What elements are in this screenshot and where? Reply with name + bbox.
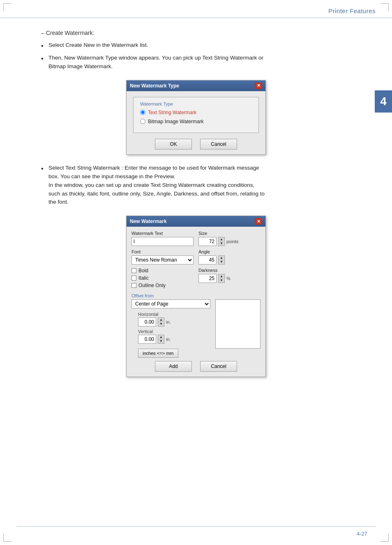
nw-cancel-button[interactable]: Cancel: [200, 361, 237, 372]
nw-angle-up[interactable]: ▲: [219, 256, 224, 260]
nw-preview-box: [215, 299, 261, 349]
page-number: 4-27: [357, 531, 367, 537]
bullet-list: Select Create New in the Watermark list.…: [33, 41, 359, 71]
section-create-watermark: – Create Watermark:: [33, 30, 359, 36]
nw-darkness-arrows: ▲ ▼: [218, 274, 225, 283]
nw-size-row: ▲ ▼ points: [198, 237, 261, 246]
nw-offset-select-row: Center of Page: [131, 299, 210, 308]
nw-angle-input[interactable]: [198, 255, 217, 264]
list-item-1: Select Create New in the Watermark list.: [41, 41, 359, 50]
nw-angle-down[interactable]: ▼: [219, 260, 224, 264]
dialog2-buttons: Add Cancel: [131, 361, 261, 372]
nw-bold-checkbox[interactable]: [131, 268, 136, 273]
corner-br: [380, 534, 389, 542]
nw-horizontal-down[interactable]: ▼: [158, 322, 164, 326]
nw-angle-label: Angle: [198, 249, 261, 254]
dialog2-close-button[interactable]: ✕: [255, 218, 262, 225]
nw-darkness-row: ▲ ▼ %: [198, 274, 261, 283]
nw-row-2: Font Times New Roman Angle ▲: [131, 249, 261, 264]
nw-vertical-up[interactable]: ▲: [158, 335, 164, 339]
nw-size-up[interactable]: ▲: [219, 237, 224, 241]
nw-vertical-label: Vertical: [138, 329, 210, 334]
nw-outline-label: Outline Only: [138, 283, 166, 288]
nw-font-select-row: Times New Roman: [131, 255, 194, 264]
dialog1-close-button[interactable]: ✕: [255, 83, 262, 89]
nw-offset-left-col: Center of Page Horizontal ▲ ▼: [131, 299, 210, 358]
page-header: Printer Features: [0, 0, 392, 18]
nw-size-label: Size: [198, 231, 261, 236]
dialog1-buttons: OK Cancel: [133, 139, 259, 149]
nw-horizontal-input[interactable]: [138, 317, 156, 327]
corner-bl: [3, 534, 12, 542]
dialog-new-watermark: New Watermark ✕ Watermark Text Size: [126, 216, 266, 377]
main-content: – Create Watermark: Select Create New in…: [0, 18, 392, 394]
nw-bold-label: Bold: [138, 268, 148, 274]
nw-convert-button[interactable]: inches <=> mm: [138, 349, 178, 358]
footer-line: [16, 526, 376, 527]
nw-size-input[interactable]: [198, 237, 217, 246]
watermark-type-fieldset: Watermark Type Text String Watermark Bit…: [133, 97, 259, 133]
radio-bitmap-image-input[interactable]: [140, 119, 145, 124]
chapter-tab: 4: [375, 90, 392, 113]
dialog2-title: New Watermark: [130, 218, 167, 224]
nw-bold-row[interactable]: Bold: [131, 268, 194, 274]
dialog1-container: New Watermark Type ✕ Watermark Type Text…: [33, 80, 359, 155]
nw-darkness-up[interactable]: ▲: [219, 274, 224, 278]
dialog1-cancel-button[interactable]: Cancel: [200, 139, 237, 149]
nw-horizontal-label: Horizontal: [138, 312, 210, 317]
nw-italic-checkbox[interactable]: [131, 276, 136, 281]
radio-text-string-input[interactable]: [140, 110, 145, 115]
nw-font-select[interactable]: Times New Roman: [131, 255, 194, 264]
nw-angle-row: ▲ ▼: [198, 255, 261, 264]
nw-size-down[interactable]: ▼: [219, 241, 224, 246]
nw-vertical-arrows: ▲ ▼: [158, 335, 164, 344]
nw-offset-select[interactable]: Center of Page: [131, 299, 210, 308]
nw-darkness-unit: %: [226, 276, 231, 281]
nw-add-button[interactable]: Add: [155, 361, 192, 372]
nw-vertical-down[interactable]: ▼: [158, 339, 164, 343]
nw-darkness-down[interactable]: ▼: [219, 278, 224, 283]
radio-bitmap-image[interactable]: Bitmap Image Watermark: [140, 119, 252, 124]
nw-outline-row[interactable]: Outline Only: [131, 283, 194, 288]
page-footer: 4-27: [357, 531, 367, 537]
nw-font-col: Font Times New Roman: [131, 249, 194, 264]
nw-horizontal-unit: in.: [166, 320, 171, 324]
nw-horizontal-arrows: ▲ ▼: [158, 317, 164, 327]
radio-bitmap-image-label: Bitmap Image Watermark: [148, 119, 204, 124]
nw-italic-row[interactable]: Italic: [131, 275, 194, 281]
dialog1-body: Watermark Type Text String Watermark Bit…: [127, 91, 265, 154]
nw-offset-row: Center of Page Horizontal ▲ ▼: [131, 299, 261, 358]
dialog1-ok-button[interactable]: OK: [155, 139, 192, 149]
dialog-watermark-type: New Watermark Type ✕ Watermark Type Text…: [126, 80, 266, 155]
nw-outline-checkbox[interactable]: [131, 283, 136, 288]
nw-horizontal-up[interactable]: ▲: [158, 318, 164, 322]
nw-watermark-text-input[interactable]: [131, 237, 194, 246]
nw-italic-label: Italic: [138, 275, 149, 281]
nw-font-label: Font: [131, 249, 194, 254]
nw-vertical-input[interactable]: [138, 335, 156, 344]
nw-darkness-col: Darkness ▲ ▼ %: [198, 268, 261, 290]
bullet-list-2: Select Text String Watermark : Enter the…: [33, 164, 359, 207]
list-item-3: Select Text String Watermark : Enter the…: [41, 164, 359, 207]
radio-text-string-label: Text String Watermark: [148, 110, 196, 115]
nw-angle-col: Angle ▲ ▼: [198, 249, 261, 264]
dialog1-title: New Watermark Type: [130, 83, 179, 89]
nw-offset-section: Offset from Center of Page Horizontal: [131, 293, 261, 358]
corner-tr: [380, 3, 389, 11]
nw-size-col: Size ▲ ▼ points: [198, 231, 261, 246]
nw-watermark-text-label: Watermark Text: [131, 231, 194, 236]
nw-size-arrows: ▲ ▼: [218, 237, 225, 246]
nw-vertical-unit: in.: [166, 337, 171, 342]
nw-vertical-row: ▲ ▼ in.: [138, 335, 210, 344]
nw-offset-inner: Horizontal ▲ ▼ in. Vertical: [131, 312, 210, 358]
corner-tl: [3, 3, 12, 11]
radio-text-string[interactable]: Text String Watermark: [140, 110, 252, 115]
nw-size-unit: points: [226, 239, 238, 244]
nw-checkboxes-col: Bold Italic Outline Only: [131, 268, 194, 290]
nw-angle-arrows: ▲ ▼: [218, 255, 225, 264]
nw-darkness-input[interactable]: [198, 274, 217, 283]
header-title: Printer Features: [328, 7, 376, 14]
nw-darkness-label: Darkness: [198, 268, 261, 273]
nw-row-1: Watermark Text Size ▲ ▼ points: [131, 231, 261, 246]
dialog2-body: Watermark Text Size ▲ ▼ points: [127, 227, 265, 377]
